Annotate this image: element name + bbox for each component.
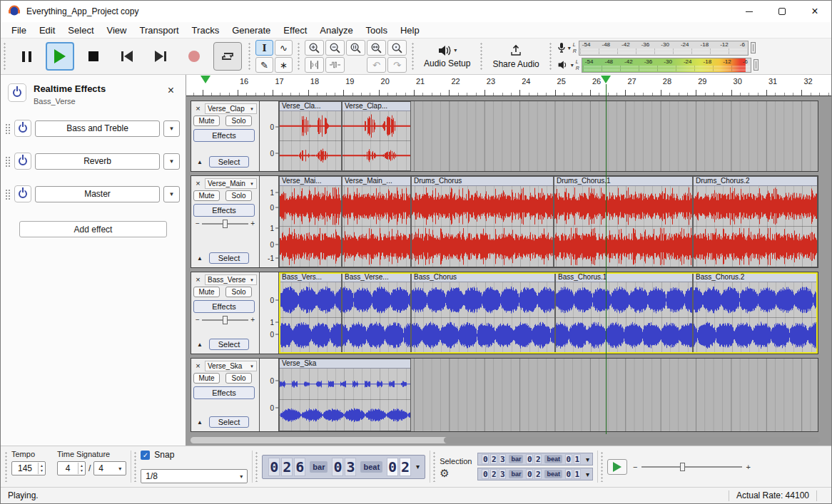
toolbar-grip[interactable] (600, 451, 604, 482)
audio-clip[interactable]: Verse_Clap... (342, 101, 411, 171)
record-button[interactable] (180, 42, 208, 71)
drag-handle-icon[interactable] (5, 189, 11, 200)
solo-button[interactable]: Solo (225, 287, 252, 297)
audio-clip[interactable]: Verse_Main_... (342, 176, 411, 267)
playhead-marker[interactable] (601, 76, 611, 83)
effects-panel-close-button[interactable]: × (163, 83, 178, 98)
timeline-ruler[interactable]: 1617181920212223242526272829303132 (186, 75, 831, 96)
track-effects-button[interactable]: Effects (193, 204, 255, 217)
clip-name[interactable]: Verse_Ska (280, 359, 410, 369)
close-button[interactable]: × (798, 1, 831, 22)
selection-time-field[interactable]: 023bar02beat01▾ (477, 468, 593, 480)
track-waveform-area[interactable]: Bass_Vers...Bass_Verse...Bass_ChorusBass… (279, 272, 818, 354)
menu-generate[interactable]: Generate (225, 24, 277, 37)
collapse-button[interactable]: ▲ (194, 417, 206, 427)
track-effects-button[interactable]: Effects (193, 386, 255, 399)
timesig-upper-input[interactable]: 4 ▲▼ (57, 461, 86, 475)
spinner-arrows[interactable]: ▲▼ (78, 463, 85, 474)
effects-power-button[interactable] (8, 83, 26, 102)
clip-name[interactable]: Bass_Vers... (280, 273, 341, 282)
horizontal-scrollbar[interactable] (191, 437, 817, 443)
menu-transport[interactable]: Transport (133, 24, 185, 37)
record-meter[interactable]: -54-48-42-36-30-24-18-12-6 (579, 41, 749, 56)
zoom-to-selection-button[interactable] (346, 40, 365, 56)
menu-tracks[interactable]: Tracks (186, 24, 226, 37)
audio-clip[interactable]: Drums_Chorus.1 (554, 176, 693, 267)
solo-button[interactable]: Solo (225, 115, 252, 126)
timesig-lower-dropdown[interactable]: 4▾ (93, 461, 126, 475)
selection-settings-button[interactable]: ⚙ (440, 468, 449, 478)
menu-view[interactable]: View (101, 24, 133, 37)
track-waveform-area[interactable]: Verse_Mai...Verse_Main_...Drums_ChorusDr… (279, 176, 818, 267)
snap-checkbox[interactable]: ✓ Snap (141, 450, 248, 460)
solo-button[interactable]: Solo (225, 190, 252, 201)
gain-slider[interactable]: −+ (196, 316, 255, 324)
effect-power-button[interactable] (14, 185, 31, 202)
track-close-button[interactable]: × (193, 275, 203, 284)
stop-button[interactable] (79, 42, 108, 71)
undo-button[interactable]: ↶ (367, 57, 386, 73)
menu-tools[interactable]: Tools (360, 24, 394, 37)
audio-clip[interactable]: Bass_Chorus.1 (555, 272, 693, 354)
menu-help[interactable]: Help (394, 24, 426, 37)
solo-button[interactable]: Solo (225, 373, 252, 384)
selection-tool-button[interactable]: I (255, 40, 273, 56)
clip-name[interactable]: Verse_Mai... (280, 177, 341, 186)
multi-tool-button[interactable]: ∗ (275, 57, 293, 73)
menu-file[interactable]: File (5, 24, 33, 37)
pause-button[interactable] (12, 42, 41, 71)
toolbar-grip[interactable] (480, 42, 483, 71)
clip-name[interactable]: Verse_Main_... (343, 177, 410, 186)
mute-button[interactable]: Mute (193, 373, 220, 384)
track-waveform-area[interactable]: Verse_Ska (279, 359, 818, 431)
track-effects-button[interactable]: Effects (193, 129, 255, 142)
track-close-button[interactable]: × (193, 361, 203, 371)
select-button[interactable]: Select (209, 416, 249, 428)
effect-name[interactable]: Master (35, 186, 160, 202)
scrollbar-thumb[interactable] (444, 437, 820, 443)
dropdown-icon[interactable]: ▾ (586, 470, 589, 478)
collapse-button[interactable]: ▲ (194, 339, 206, 349)
toolbar-grip[interactable] (3, 42, 6, 71)
zoom-out-button[interactable] (325, 40, 345, 56)
play-button[interactable] (46, 42, 74, 71)
audio-clip[interactable]: Bass_Chorus.2 (693, 272, 818, 354)
track-waveform-area[interactable]: Verse_Cla...Verse_Clap... (279, 101, 818, 171)
audio-clip[interactable]: Drums_Chorus.2 (693, 176, 818, 267)
zoom-in-button[interactable] (305, 40, 324, 56)
clip-name[interactable]: Bass_Chorus.1 (556, 273, 692, 282)
mute-button[interactable]: Mute (193, 190, 220, 201)
envelope-tool-button[interactable]: ∿ (275, 40, 293, 56)
menu-effect[interactable]: Effect (277, 24, 313, 37)
clip-name[interactable]: Verse_Clap... (343, 102, 410, 111)
drag-handle-icon[interactable] (5, 123, 11, 134)
effect-menu-button[interactable]: ▼ (163, 153, 180, 170)
effect-name[interactable]: Bass and Treble (35, 120, 160, 137)
effect-power-button[interactable] (14, 153, 31, 170)
clip-name[interactable]: Drums_Chorus.1 (554, 177, 692, 186)
toolbar-grip[interactable] (549, 42, 552, 71)
clip-name[interactable]: Bass_Chorus (412, 273, 554, 282)
collapse-button[interactable]: ▲ (194, 157, 206, 167)
slider-thumb[interactable] (223, 316, 228, 324)
clip-name[interactable]: Bass_Chorus.2 (694, 273, 817, 282)
clip-name[interactable]: Bass_Verse... (343, 273, 410, 282)
skip-to-start-button[interactable] (113, 42, 141, 71)
menu-edit[interactable]: Edit (33, 24, 61, 37)
effect-power-button[interactable] (14, 120, 31, 137)
track-effects-button[interactable]: Effects (193, 300, 255, 313)
track-name-dropdown[interactable]: Verse_Main▼ (205, 178, 257, 189)
toolbar-grip[interactable] (432, 451, 436, 482)
minimize-button[interactable] (733, 1, 766, 22)
mute-button[interactable]: Mute (193, 115, 220, 126)
select-button[interactable]: Select (209, 339, 249, 350)
mute-button[interactable]: Mute (193, 287, 220, 297)
track-close-button[interactable]: × (193, 179, 203, 188)
collapse-button[interactable]: ▲ (194, 253, 206, 263)
effect-menu-button[interactable]: ▼ (163, 120, 180, 137)
clip-name[interactable]: Verse_Cla... (280, 102, 341, 111)
audio-clip[interactable]: Bass_Chorus (411, 272, 555, 354)
skip-to-end-button[interactable] (146, 42, 175, 71)
snap-dropdown[interactable]: 1/8▾ (141, 469, 248, 483)
playback-start-marker[interactable] (201, 76, 210, 83)
